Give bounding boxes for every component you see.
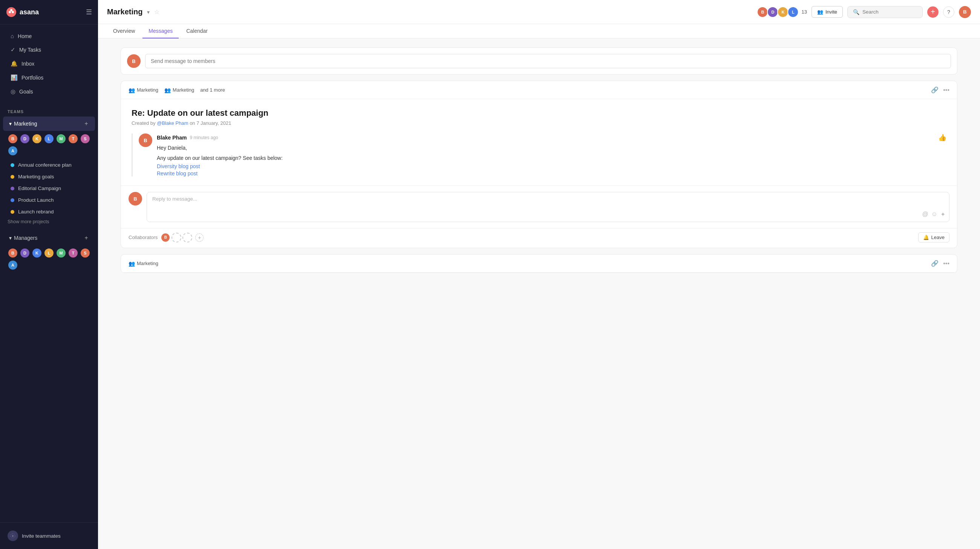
sidebar-item-editorial-campaign[interactable]: Editorial Campaign [3,183,95,194]
sidebar-header: asana ☰ [0,0,98,24]
sidebar-item-inbox-label: Inbox [21,61,34,67]
sidebar-item-portfolios[interactable]: 📊 Portfolios [3,71,95,84]
invite-button[interactable]: 👥 Invite [811,6,843,18]
sidebar-item-product-launch[interactable]: Product Launch [3,194,95,205]
sidebar-bottom: + Invite teammates [0,522,98,549]
team-tag-label: Marketing [137,87,158,93]
collaborators-label: Collaborators [129,234,158,240]
thread-link-2[interactable]: Rewrite blog post [157,170,947,177]
marketing-team-avatars: B D K L M T S A [0,131,98,159]
managers-team-header[interactable]: ▾ Managers + [3,231,95,245]
tab-messages[interactable]: Messages [143,24,179,38]
message-title: Re: Update on our latest campaign [132,108,947,118]
star-icon[interactable]: ✦ [940,211,945,218]
sidebar: asana ☰ ⌂ Home ✓ My Tasks 🔔 Inbox 📊 Port… [0,0,98,549]
reply-input-wrap[interactable]: Reply to message... @ ☺ ✦ [146,192,950,222]
team-tag-2: 👥 Marketing [164,87,194,93]
leave-bell-icon: 🔔 [923,234,929,240]
project-label: Marketing goals [18,174,54,180]
avatar: D [20,134,30,144]
sidebar-item-portfolios-label: Portfolios [21,75,43,81]
at-icon[interactable]: @ [922,211,928,218]
project-label: Product Launch [18,197,54,203]
link-icon-2[interactable]: 🔗 [931,260,939,267]
avatar: L [44,134,54,144]
logo[interactable]: asana [6,7,39,18]
svg-point-0 [6,7,16,17]
message-body: Re: Update on our latest campaign Create… [121,99,957,186]
marketing-team-header[interactable]: ▾ Marketing + [3,116,95,131]
message-card-2-header: 👥 Marketing 🔗 ••• [121,255,957,273]
sidebar-item-launch-rebrand[interactable]: Launch rebrand [3,206,95,217]
tab-calendar[interactable]: Calendar [180,24,214,38]
project-dot [11,175,14,179]
compose-box: B [121,48,958,75]
svg-point-2 [10,9,13,11]
author-mention[interactable]: @Blake Pham [157,120,189,126]
collaborators-left: Collaborators B + [129,232,204,242]
search-bar[interactable]: 🔍 [847,6,923,18]
title-star-icon[interactable]: ☆ [154,8,159,16]
messages-content: B 👥 Marketing 👥 Marketing and 1 more [98,38,980,549]
sidebar-item-inbox[interactable]: 🔔 Inbox [3,57,95,70]
sidebar-item-annual-conference[interactable]: Annual conference plan [3,159,95,170]
compose-user-avatar: B [127,54,141,68]
tab-overview[interactable]: Overview [107,24,141,38]
link-icon[interactable]: 🔗 [931,86,939,94]
marketing-team-name: Marketing [14,121,37,127]
invite-button-label: Invite [826,9,837,15]
people-icon-3: 👥 [129,261,135,267]
avatar: B [8,134,18,144]
sidebar-item-goals-label: Goals [19,89,33,95]
invite-teammates-button[interactable]: + Invite teammates [3,527,95,544]
project-label: Editorial Campaign [18,186,61,191]
compose-input[interactable] [145,54,951,68]
project-dot [11,187,14,190]
tabs-bar: Overview Messages Calendar [98,24,980,38]
created-by-text: Created by [132,120,156,126]
sidebar-item-my-tasks-label: My Tasks [19,47,41,53]
like-icon[interactable]: 👍 [938,134,947,142]
member-count: 13 [801,9,807,15]
member-avatar: K [777,6,789,18]
message-meta: Created by @Blake Pham on 7 January, 202… [132,120,947,126]
message-thread: B Blake Pham 9 minutes ago 👍 Hey Daniela… [132,134,947,177]
sidebar-item-home-label: Home [18,33,32,39]
sidebar-item-goals[interactable]: ◎ Goals [3,85,95,99]
reply-box: B Reply to message... @ ☺ ✦ [121,186,957,228]
avatar: K [32,134,42,144]
sidebar-item-home[interactable]: ⌂ Home [3,29,95,43]
show-more-projects[interactable]: Show more projects [0,218,98,228]
message-header-tags: 👥 Marketing 👥 Marketing and 1 more [129,87,225,93]
sidebar-item-marketing-goals[interactable]: Marketing goals [3,171,95,182]
avatar: S [80,134,91,144]
managers-team-label-group: ▾ Managers [9,235,37,241]
leave-button[interactable]: 🔔 Leave [918,232,950,242]
title-dropdown-icon[interactable]: ▾ [147,9,150,15]
more-options-icon[interactable]: ••• [943,87,950,94]
member-avatar: D [767,6,778,18]
collab-avatar: B [161,232,170,242]
thread-time: 9 minutes ago [189,135,218,140]
help-button[interactable]: ? [943,6,955,18]
message-card-header: 👥 Marketing 👥 Marketing and 1 more 🔗 ••• [121,81,957,99]
managers-collapse-icon: ▾ [9,235,12,241]
thread-link-1[interactable]: Diversity blog post [157,163,947,169]
sidebar-toggle-icon[interactable]: ☰ [86,8,92,16]
team-collapse-icon: ▾ [9,121,12,127]
more-options-icon-2[interactable]: ••• [943,260,950,267]
sidebar-item-my-tasks[interactable]: ✓ My Tasks [3,43,95,57]
message-card-2: 👥 Marketing 🔗 ••• [121,254,958,273]
avatar: K [32,248,42,258]
member-avatar: B [757,6,768,18]
add-collaborator-button[interactable]: + [195,233,204,242]
managers-team-add-button[interactable]: + [82,234,91,242]
marketing-team-add-button[interactable]: + [82,119,91,128]
add-button[interactable]: + [927,6,939,18]
search-input[interactable] [862,9,917,15]
team-tag-label-2: Marketing [173,87,194,93]
user-avatar[interactable]: B [959,6,971,18]
members-row[interactable]: B D K L 13 [757,6,807,18]
emoji-icon[interactable]: ☺ [931,211,937,218]
collab-avatar-dashed-1 [172,232,181,242]
